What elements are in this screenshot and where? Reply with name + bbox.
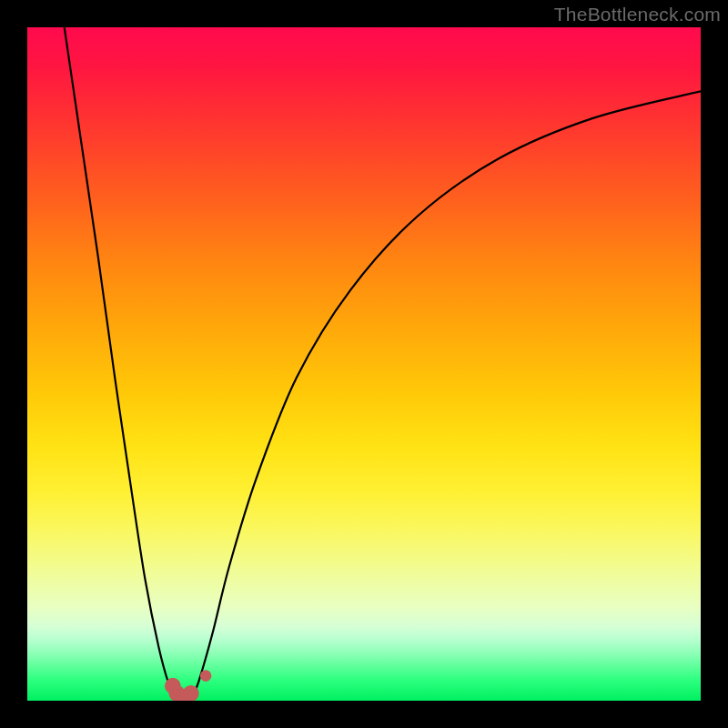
data-marker	[183, 685, 199, 701]
curve-right-branch	[192, 91, 701, 697]
data-marker	[200, 670, 212, 682]
marker-group	[165, 670, 211, 701]
curve-left-branch	[65, 27, 176, 697]
chart-frame: TheBottleneck.com	[0, 0, 728, 728]
plot-area	[27, 27, 701, 701]
watermark-text: TheBottleneck.com	[554, 4, 721, 25]
curve-layer	[27, 27, 701, 701]
